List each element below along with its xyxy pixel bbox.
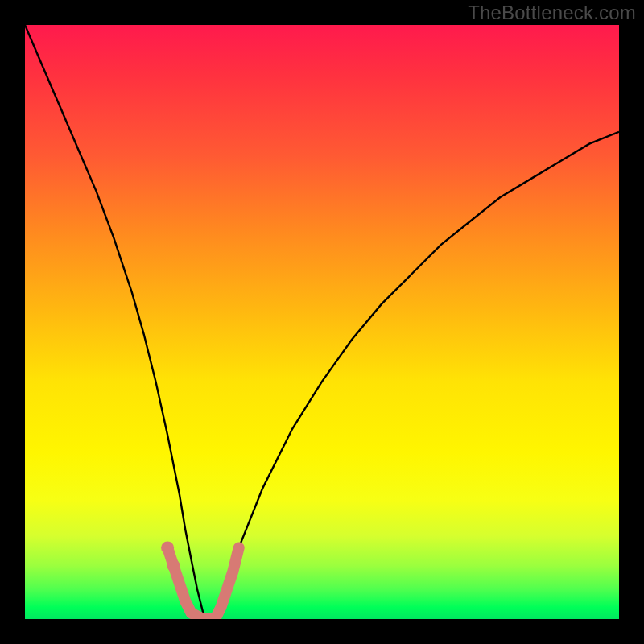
highlight-dot: [161, 541, 174, 554]
highlight-markers: [161, 541, 239, 619]
bottleneck-curve-path: [25, 25, 619, 619]
highlight-band-path: [167, 547, 239, 619]
curve-layer: [25, 25, 619, 619]
highlight-dot: [167, 559, 180, 572]
chart-frame: TheBottleneck.com: [0, 0, 644, 644]
watermark-label: TheBottleneck.com: [468, 2, 636, 24]
